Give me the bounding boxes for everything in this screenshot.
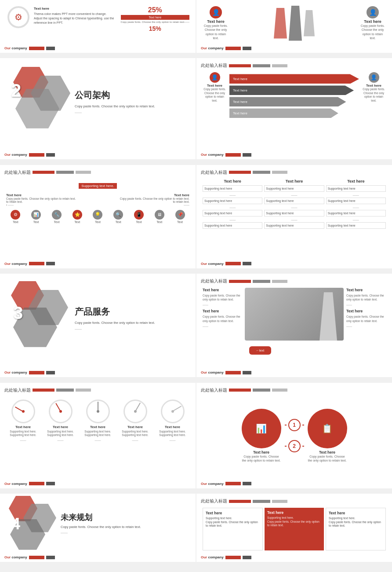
footer-company-2: Our company xyxy=(201,46,224,50)
wf-left-circle-group: 📊 Text here Copy paste fonts. Choose the… xyxy=(242,409,281,462)
num-bubble-2: 2 xyxy=(288,440,301,452)
header-img-text: 此处输入标题 xyxy=(201,278,388,284)
arrow-3: Text here xyxy=(229,97,346,106)
red-banner-container: Supporting text here. xyxy=(6,181,189,191)
copy-left: Copy paste fonts. Choose the only option… xyxy=(203,24,229,40)
chat-bubble: ←text xyxy=(249,346,271,355)
col-header-2: Text here xyxy=(264,179,324,183)
header-bar-g1 xyxy=(33,389,54,392)
img-text-content: Text here Copy paste fonts. Choose the o… xyxy=(201,288,388,363)
gauge-circle-2 xyxy=(49,400,73,423)
icon-item-6: 🔍 Text xyxy=(113,210,123,224)
gauge-center-5 xyxy=(171,410,174,413)
footer-4: Our company xyxy=(196,153,392,157)
icon-item-5: 💡 Text xyxy=(93,210,102,224)
slide-partial-stats: ⚙ Text here Thema color makes PPT more c… xyxy=(0,0,196,53)
left-body: Copy paste fonts. Choose the only option… xyxy=(203,293,242,301)
silhouettes xyxy=(232,6,357,41)
right-body: Copy paste fonts. Choose the only option… xyxy=(346,293,386,301)
header-table: 此处输入标题 xyxy=(201,169,388,176)
silhouette-dark xyxy=(289,6,302,41)
photo-placeholder xyxy=(245,288,344,341)
tl-header-1: Text here xyxy=(206,511,260,515)
arrow-2: Text here xyxy=(229,85,354,95)
footer-bar-red-2 xyxy=(225,47,241,50)
icon-4: ⭐ xyxy=(73,210,82,220)
section-4-number: 4 xyxy=(11,515,20,533)
gauge-center-1 xyxy=(22,410,25,413)
section-4-dashes: —— xyxy=(61,531,188,535)
arrow-1: Text here xyxy=(229,74,359,84)
col1-row4: —— xyxy=(203,205,262,210)
col-3: Text here Supporting text here —— Suppor… xyxy=(326,179,386,255)
footer-bar-gray-12 xyxy=(243,556,251,559)
header-timeline: 此处输入标题 xyxy=(201,498,388,504)
icon-label-7: Text xyxy=(134,220,144,224)
section-3-dashes: —— xyxy=(75,327,187,331)
person-left: 👤 Text here Copy paste fonts. Choose the… xyxy=(203,6,229,40)
copy-text-1: Copy paste fonts. Choose the only option… xyxy=(121,21,189,23)
header-bar-tl3 xyxy=(272,500,287,503)
feature-title: Text here xyxy=(34,6,117,11)
right-body-2: Copy paste fonts. Choose the only option… xyxy=(346,315,386,323)
gauge-center-2 xyxy=(59,410,62,413)
icon-item-3: 🔧 Text xyxy=(52,210,62,224)
wf-num-1: 1 xyxy=(285,419,304,431)
text-left: Text here xyxy=(203,19,229,24)
footer-bar-gray xyxy=(46,47,55,50)
gauge-1: Text here Supporting text here. Supporti… xyxy=(7,400,39,442)
icon-label-4: Text xyxy=(73,220,82,224)
stats-area: 25% Text here Copy paste fonts. Choose t… xyxy=(121,6,189,32)
footer-s10: Our company xyxy=(201,482,224,486)
slide-timeline: 此处输入标题 Text here Supporting text here. C… xyxy=(196,494,392,562)
wf-left-icon: 📊 xyxy=(256,423,267,434)
slide-table: 此处输入标题 Text here Supporting text here ——… xyxy=(196,165,392,268)
footer-6: Our company xyxy=(196,262,392,266)
header-title-img: 此处输入标题 xyxy=(201,278,227,284)
icon-3: 🔧 xyxy=(52,210,62,220)
text-here-box: Text here xyxy=(121,15,189,20)
header-process: 此处输入标题 xyxy=(4,169,191,176)
gauge-needle-5 xyxy=(173,406,181,411)
gauge-sub-2: Supporting text here. Supporting text he… xyxy=(45,430,76,437)
wf-num-2: 2 xyxy=(285,440,304,452)
col3-row6: —— xyxy=(326,217,386,222)
col2-row3: Supporting text here xyxy=(264,198,324,204)
icon-item-9: 📌 Text xyxy=(175,210,185,224)
tl-header-2: Text here xyxy=(267,510,321,515)
icon-label-6: Text xyxy=(113,220,123,224)
wf-left-text: Text here xyxy=(242,450,281,455)
arrow-4: Text here xyxy=(229,108,338,118)
header-bar1 xyxy=(229,64,251,67)
section-4-title: 未来规划 xyxy=(61,512,188,523)
slide-section-4: 4 未来规划 Copy paste fonts. Choose the only… xyxy=(0,494,196,562)
description-text: Text here Thema color makes PPT more con… xyxy=(34,6,117,25)
gauge-circle-4 xyxy=(123,400,147,423)
footer-s8: Our company xyxy=(201,370,224,374)
header-flow: 此处输入标题 xyxy=(201,62,388,69)
arrows-container: Text here Text here Text here Text here xyxy=(229,74,359,118)
wf-left-circle: 📊 xyxy=(242,409,281,448)
gauge-3: Text here Supporting text here. Supporti… xyxy=(82,400,114,442)
footer-bar-gray-7 xyxy=(46,371,55,374)
col3-row5: Supporting text here xyxy=(326,210,386,216)
silhouette-red xyxy=(274,8,287,39)
num-bubble-1: 1 xyxy=(288,419,301,431)
header-bar-w2 xyxy=(253,389,270,392)
section-dashes: —— xyxy=(75,110,187,114)
tl-header-3: Text here xyxy=(329,511,383,515)
hex-group-4: 4 xyxy=(8,495,56,552)
left-copy: Copy paste fonts. Choose the only option… xyxy=(6,197,89,200)
header-bar-g3 xyxy=(76,389,91,392)
center-image: ←text xyxy=(245,288,344,363)
section-body: Copy paste fonts. Choose the only option… xyxy=(75,104,187,109)
right-block: Text here Copy paste fonts. Choose the o… xyxy=(346,288,386,363)
slide-workflow: 此处输入标题 📊 Text here Copy paste fonts. Cho… xyxy=(196,383,392,488)
workflow-content: 📊 Text here Copy paste fonts. Choose the… xyxy=(201,397,388,474)
left-text: Text here xyxy=(6,193,89,197)
icon-item-2: 📊 Text xyxy=(31,210,41,224)
footer-3: Our company xyxy=(0,153,196,157)
footer-11: Our company xyxy=(0,555,196,559)
footer-bar-6 xyxy=(225,262,241,265)
section-text: 公司架构 Copy paste fonts. Choose the only o… xyxy=(75,89,187,114)
